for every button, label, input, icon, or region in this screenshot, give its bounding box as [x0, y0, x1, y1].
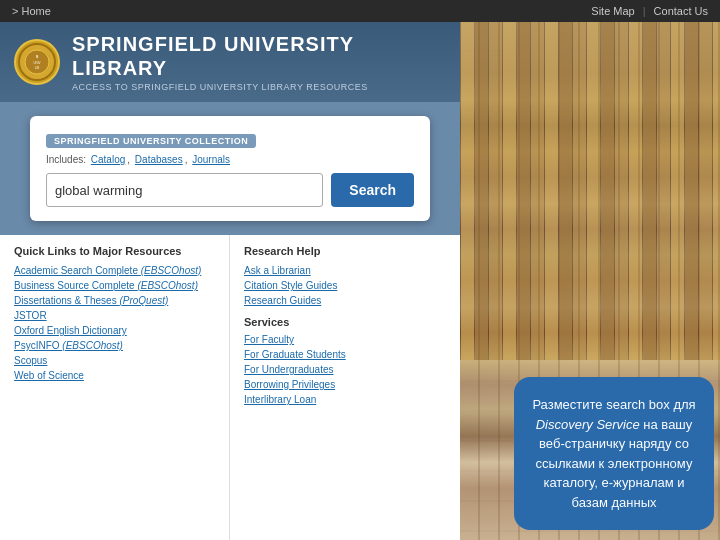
university-subtitle: Access to Springfield University Library… — [72, 82, 446, 92]
svg-text:S: S — [36, 54, 39, 59]
research-help-title: Research Help — [244, 245, 446, 257]
right-links: Site Map | Contact Us — [591, 5, 708, 17]
right-panel: Разместите search box для Discovery Serv… — [460, 22, 720, 540]
link-jstor[interactable]: JSTOR — [14, 310, 215, 321]
header: S UNIV LIB Springfield University Librar… — [0, 22, 460, 102]
link-citation[interactable]: Citation Style Guides — [244, 280, 446, 291]
search-button[interactable]: Search — [331, 173, 414, 207]
services-title: Services — [244, 316, 446, 328]
databases-link[interactable]: Databases — [135, 154, 183, 165]
contact-us-link[interactable]: Contact Us — [654, 5, 708, 17]
link-business-source[interactable]: Business Source Complete (EBSCOhost) — [14, 280, 215, 291]
link-faculty[interactable]: For Faculty — [244, 334, 446, 345]
link-dissertations[interactable]: Dissertations & Theses (ProQuest) — [14, 295, 215, 306]
catalog-link[interactable]: Catalog — [91, 154, 125, 165]
link-scopus[interactable]: Scopus — [14, 355, 215, 366]
top-bar: > Home Site Map | Contact Us — [0, 0, 720, 22]
university-name: Springfield University Library — [72, 32, 446, 80]
link-interlibrary[interactable]: Interlibrary Loan — [244, 394, 446, 405]
link-borrowing[interactable]: Borrowing Privileges — [244, 379, 446, 390]
link-academic-search[interactable]: Academic Search Complete (EBSCOhost) — [14, 265, 215, 276]
link-psycinfo[interactable]: PsycINFO (EBSCOhost) — [14, 340, 215, 351]
logo-inner: S UNIV LIB — [18, 43, 56, 81]
book-spines — [460, 22, 720, 360]
search-box-container: Springfield University Collection Includ… — [30, 116, 430, 221]
collection-label: Springfield University Collection — [46, 134, 256, 148]
left-panel: S UNIV LIB Springfield University Librar… — [0, 22, 460, 540]
header-text: Springfield University Library Access to… — [72, 32, 446, 92]
logo-svg: S UNIV LIB — [23, 48, 51, 76]
overlay-box: Разместите search box для Discovery Serv… — [514, 377, 714, 530]
svg-text:UNIV: UNIV — [33, 61, 40, 65]
svg-text:LIB: LIB — [35, 66, 40, 70]
overlay-text: Разместите search box для Discovery Serv… — [532, 397, 695, 510]
quick-links-right: Research Help Ask a Librarian Citation S… — [230, 235, 460, 540]
home-link[interactable]: > Home — [12, 5, 51, 17]
search-input[interactable] — [46, 173, 323, 207]
link-web-of-science[interactable]: Web of Science — [14, 370, 215, 381]
separator: | — [643, 5, 646, 17]
link-oxford[interactable]: Oxford English Dictionary — [14, 325, 215, 336]
quick-links-title: Quick Links to Major Resources — [14, 245, 215, 257]
search-input-row: Search — [46, 173, 414, 207]
link-research-guides[interactable]: Research Guides — [244, 295, 446, 306]
includes-row: Includes: Catalog, Databases, Journals — [46, 154, 414, 165]
quick-links-area: Quick Links to Major Resources Academic … — [0, 235, 460, 540]
site-map-link[interactable]: Site Map — [591, 5, 634, 17]
journals-link[interactable]: Journals — [192, 154, 230, 165]
link-graduate[interactable]: For Graduate Students — [244, 349, 446, 360]
quick-links-left: Quick Links to Major Resources Academic … — [0, 235, 230, 540]
logo: S UNIV LIB — [14, 39, 60, 85]
includes-prefix: Includes: — [46, 154, 86, 165]
main-wrapper: S UNIV LIB Springfield University Librar… — [0, 22, 720, 540]
search-area: Springfield University Collection Includ… — [0, 102, 460, 235]
link-undergrad[interactable]: For Undergraduates — [244, 364, 446, 375]
link-ask-librarian[interactable]: Ask a Librarian — [244, 265, 446, 276]
